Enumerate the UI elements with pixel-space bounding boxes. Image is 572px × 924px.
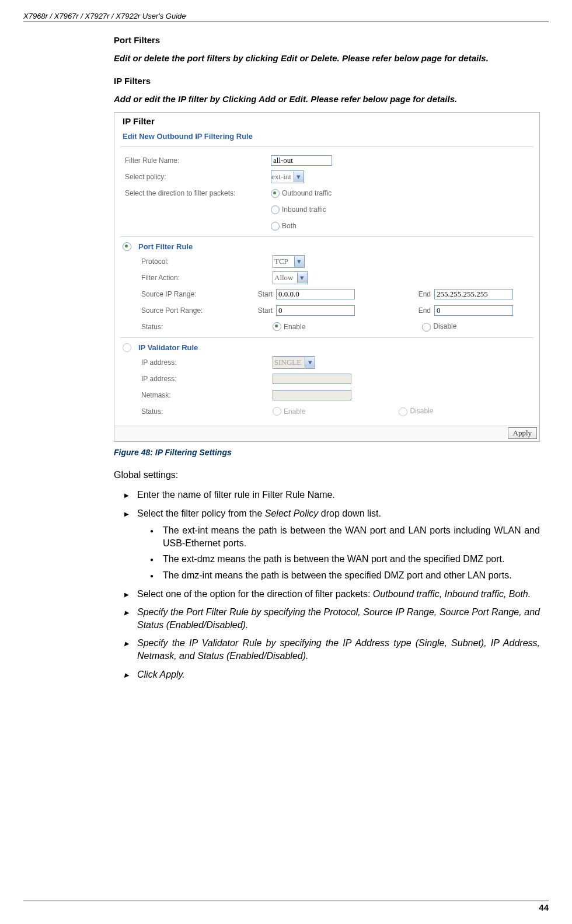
filter-action-dropdown[interactable]: Allow [273,271,308,284]
direction-inbound-radio[interactable] [271,205,280,214]
select-policy-label: Select policy: [120,173,271,181]
port-filters-heading: Port Filters [114,35,540,45]
divider [120,236,533,238]
text: Select the filter policy from the [137,508,265,518]
source-ip-end-input[interactable]: 255.255.255.255 [434,289,513,299]
list-item: Select one of the option for the directi… [124,588,540,601]
direction-inbound-label: Inbound traffic [282,205,326,214]
port-status-disable-label: Disable [433,322,456,330]
source-port-start-input[interactable]: 0 [276,305,355,316]
start-label: Start [240,306,276,315]
port-status-disable-radio[interactable] [422,323,431,332]
direction-both-label: Both [282,222,297,230]
ip-type-label: IP address: [120,358,273,367]
list-item: Enter the name of filter rule in Filter … [124,489,540,501]
page-number: 44 [23,901,549,912]
netmask-label: Netmask: [120,391,273,399]
list-item: Select the filter policy from the Select… [124,507,540,582]
start-label: Start [240,290,276,298]
end-label: End [407,290,434,298]
direction-both-radio[interactable] [271,222,280,231]
ip-type-value: SINGLE [273,358,302,367]
port-status-enable-radio[interactable] [273,322,281,331]
end-label: End [407,306,434,315]
port-status-enable-label: Enable [284,323,305,331]
direction-label: Select the direction to filter packets: [120,189,271,197]
port-filter-rule-radio[interactable] [123,242,131,251]
port-filters-note: Edit or delete the port filters by click… [114,53,540,63]
port-status-label: Status: [120,323,273,331]
list-item: Click Apply. [124,668,540,681]
validator-status-disable-label: Disable [410,407,433,415]
list-item: The dmz-int means the path is between th… [150,569,540,582]
global-settings-list: Enter the name of filter rule in Filter … [114,489,540,681]
ip-filter-panel: IP Filter Edit New Outbound IP Filtering… [114,112,540,442]
filter-action-label: Filter Action: [120,274,273,282]
ip-address-input[interactable] [273,374,351,384]
source-port-end-input[interactable]: 0 [434,305,513,316]
divider [120,147,533,148]
select-policy-value: ext-int [271,172,291,182]
source-port-range-label: Source Port Range: [120,306,240,315]
panel-subtitle: Edit New Outbound IP Filtering Rule [123,132,533,141]
filter-action-value: Allow [273,273,295,283]
list-item: Specify the IP Validator Rule by specify… [124,637,540,662]
source-ip-start-input[interactable]: 0.0.0.0 [276,289,355,299]
ip-type-dropdown[interactable]: SINGLE [273,356,315,369]
list-item: Specify the Port Filter Rule by specifyi… [124,606,540,631]
panel-title: IP Filter [123,116,533,126]
doc-header: X7968r / X7967r / X7927r / X7922r User's… [23,12,549,22]
netmask-input[interactable] [273,390,351,400]
direction-outbound-label: Outbound traffic [282,189,332,197]
sub-list: The ext-int means the path is between th… [137,524,540,581]
protocol-label: Protocol: [120,257,273,266]
filter-rule-name-input[interactable]: all-out [271,155,332,166]
text-italic: Select Policy [265,508,319,518]
direction-outbound-radio[interactable] [271,189,280,198]
ip-validator-rule-heading: IP Validator Rule [138,343,198,352]
protocol-value: TCP [273,257,292,266]
ip-validator-rule-radio[interactable] [123,343,131,352]
apply-button[interactable]: Apply [508,427,538,439]
divider [120,337,533,339]
protocol-dropdown[interactable]: TCP [273,255,305,268]
text-italic: Outbound traffic, Inbound traffic, Both. [373,589,531,599]
global-settings-heading: Global settings: [114,470,540,480]
source-ip-range-label: Source IP Range: [120,290,240,298]
list-item: The ext-dmz means the path is between th… [150,553,540,566]
list-item: The ext-int means the path is between th… [150,524,540,549]
filter-rule-name-label: Filter Rule Name: [120,156,271,165]
validator-status-enable-label: Enable [284,407,305,416]
validator-status-label: Status: [120,407,273,416]
ip-filters-heading: IP Filters [114,76,540,86]
text: Select one of the option for the directi… [137,589,373,599]
figure-caption: Figure 48: IP Filtering Settings [114,448,540,457]
ip-filters-note: Add or edit the IP filter by Clicking Ad… [114,94,540,104]
validator-status-disable-radio[interactable] [399,407,407,416]
text: drop down list. [318,508,381,518]
port-filter-rule-heading: Port Filter Rule [138,242,193,251]
ip-address-label: IP address: [120,375,273,383]
validator-status-enable-radio[interactable] [273,407,281,416]
select-policy-dropdown[interactable]: ext-int [271,170,304,183]
